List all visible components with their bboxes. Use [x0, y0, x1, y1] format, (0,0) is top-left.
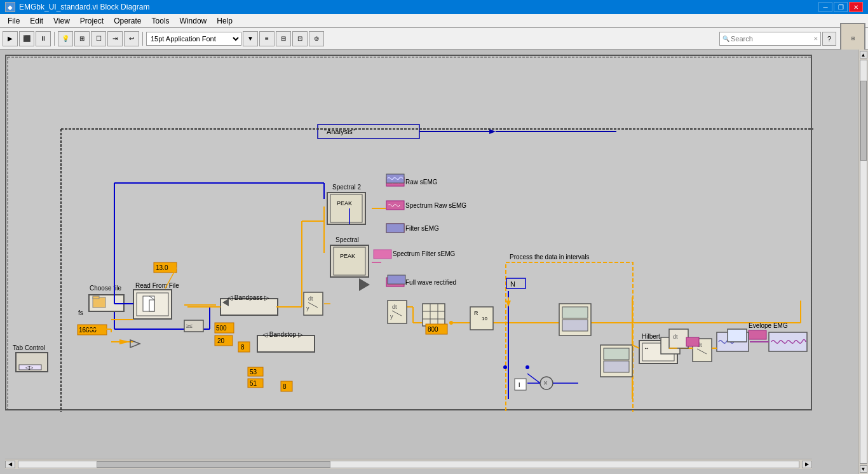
svg-text:Full wave rectified: Full wave rectified: [405, 279, 456, 286]
toolbar-step[interactable]: ⇥: [107, 31, 123, 46]
minimize-button[interactable]: ─: [818, 2, 832, 12]
canvas-container[interactable]: "Analysis": [0, 50, 858, 474]
svg-text:dt: dt: [392, 304, 397, 310]
svg-point-157: [526, 365, 529, 369]
svg-rect-106: [386, 201, 404, 210]
svg-text:Read From File: Read From File: [135, 282, 179, 289]
menu-view[interactable]: View: [48, 15, 75, 27]
svg-rect-51: [388, 301, 407, 323]
svg-rect-110: [374, 250, 391, 259]
svg-text:y: y: [390, 313, 393, 320]
toolbar-step2[interactable]: ↩: [124, 31, 139, 46]
svg-rect-34: [562, 307, 588, 318]
svg-point-156: [503, 365, 507, 369]
v-scroll-track[interactable]: [860, 60, 867, 464]
svg-text:Spectral 2: Spectral 2: [332, 184, 361, 191]
toolbar-light[interactable]: 💡: [58, 31, 73, 46]
close-button[interactable]: ✕: [849, 2, 863, 12]
scroll-track[interactable]: [18, 461, 799, 468]
vertical-scrollbar[interactable]: ▲ ▼: [858, 50, 868, 474]
scroll-right-btn[interactable]: ▶: [802, 461, 812, 468]
v-scroll-thumb[interactable]: [860, 81, 867, 161]
svg-rect-26: [515, 379, 526, 390]
toolbar-run[interactable]: ▶: [3, 31, 18, 46]
svg-text:Choose file: Choose file: [90, 285, 121, 292]
search-input[interactable]: [731, 35, 813, 43]
toolbar-pause[interactable]: ⏸: [36, 31, 51, 46]
window-controls: ─ ❐ ✕: [818, 2, 863, 12]
svg-rect-76: [93, 296, 99, 299]
svg-rect-64: [334, 247, 365, 275]
svg-rect-0: [8, 57, 811, 410]
svg-rect-37: [604, 348, 629, 360]
toolbar-sep1: [54, 32, 55, 46]
horizontal-scrollbar[interactable]: ◀ ▶: [5, 459, 812, 469]
toolbar-align[interactable]: ≡: [259, 31, 275, 46]
menu-help[interactable]: Help: [212, 15, 238, 27]
toolbar-grid[interactable]: ⊞: [74, 31, 90, 46]
toolbar-resize[interactable]: ⊡: [292, 31, 308, 46]
svg-text:≥≤: ≥≤: [186, 323, 193, 329]
svg-rect-151: [669, 329, 688, 348]
diagram-svg: "Analysis": [6, 56, 813, 412]
svg-text:51: 51: [250, 380, 257, 387]
svg-rect-154: [686, 337, 699, 346]
toolbar-order[interactable]: ⊚: [309, 31, 324, 46]
svg-line-30: [527, 374, 540, 383]
restore-button[interactable]: ❐: [834, 2, 848, 12]
menu-operate[interactable]: Operate: [109, 15, 146, 27]
menu-tools[interactable]: Tools: [147, 15, 175, 27]
scroll-up-btn[interactable]: ▲: [860, 51, 867, 58]
svg-text:PEAK: PEAK: [340, 253, 355, 259]
scroll-thumb[interactable]: [97, 461, 330, 468]
app-icon: ◆: [5, 2, 15, 12]
svg-text:fs: fs: [78, 309, 83, 316]
svg-rect-60: [330, 194, 362, 222]
svg-text:Evelope EMG: Evelope EMG: [749, 322, 788, 329]
svg-rect-160: [388, 275, 405, 284]
search-box[interactable]: 🔍 ✕: [719, 32, 821, 46]
toolbar-dist[interactable]: ⊟: [276, 31, 291, 46]
font-selector[interactable]: 15pt Application Font: [146, 32, 241, 46]
help-button[interactable]: ?: [822, 32, 836, 46]
main-area: "Analysis": [0, 50, 868, 474]
svg-text:R: R: [474, 310, 478, 316]
svg-text:8: 8: [241, 344, 245, 351]
svg-rect-38: [604, 361, 629, 372]
svg-text:20: 20: [217, 337, 225, 344]
menu-file[interactable]: File: [3, 15, 25, 27]
svg-rect-159: [386, 224, 404, 233]
scroll-left-btn[interactable]: ◀: [5, 461, 15, 468]
svg-rect-125: [749, 330, 766, 339]
svg-marker-58: [359, 278, 370, 291]
svg-text:Filter sEMG: Filter sEMG: [405, 225, 439, 232]
menu-project[interactable]: Project: [75, 15, 109, 27]
toolbar-sep2: [142, 32, 143, 46]
svg-text:Tab Control: Tab Control: [13, 344, 45, 351]
svg-rect-47: [304, 292, 323, 315]
svg-text:Spectrum Raw sEMG: Spectrum Raw sEMG: [405, 202, 466, 209]
svg-text:53: 53: [250, 369, 257, 376]
svg-rect-42: [423, 304, 445, 326]
svg-text:↔: ↔: [644, 345, 649, 351]
svg-marker-145: [130, 340, 140, 348]
title-bar: ◆ EMGbk_UI_standard.vi Block Diagram ─ ❐…: [0, 0, 868, 14]
toolbar-font-drop[interactable]: ▼: [243, 31, 258, 46]
svg-text:◁ Bandstop ▷: ◁ Bandstop ▷: [262, 331, 303, 338]
toolbar: ▶ ⬛ ⏸ 💡 ⊞ ☐ ⇥ ↩ 15pt Application Font ▼ …: [0, 28, 868, 50]
menu-window[interactable]: Window: [175, 15, 212, 27]
svg-text:8: 8: [283, 383, 287, 390]
menu-edit[interactable]: Edit: [25, 15, 48, 27]
svg-text:i: i: [519, 381, 520, 388]
scroll-down-btn[interactable]: ▼: [860, 465, 867, 473]
diagram-canvas[interactable]: "Analysis": [5, 55, 812, 410]
svg-text:Spectral: Spectral: [336, 236, 359, 243]
svg-text:10: 10: [482, 316, 487, 322]
svg-marker-4: [489, 129, 496, 134]
svg-text:y: y: [306, 305, 309, 311]
toolbar-box[interactable]: ☐: [91, 31, 106, 46]
toolbar-stop[interactable]: ⬛: [19, 31, 34, 46]
svg-point-155: [449, 321, 453, 325]
menu-bar: File Edit View Project Operate Tools Win…: [0, 14, 868, 28]
window-title: EMGbk_UI_standard.vi Block Diagram: [19, 3, 149, 11]
